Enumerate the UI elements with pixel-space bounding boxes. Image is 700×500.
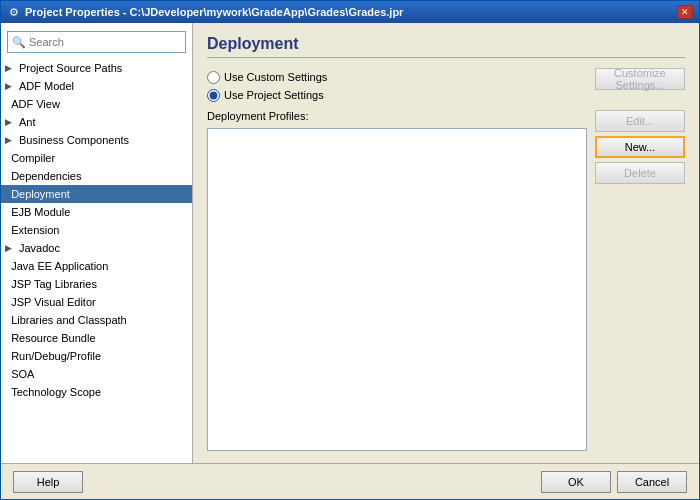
cancel-button[interactable]: Cancel bbox=[617, 471, 687, 493]
sidebar-item-java-ee-application[interactable]: Java EE Application bbox=[1, 257, 192, 275]
radio-custom-row: Use Custom Settings bbox=[207, 68, 587, 86]
expand-icon: ▶ bbox=[5, 81, 19, 91]
sidebar-item-label: Libraries and Classpath bbox=[11, 314, 127, 326]
search-box: 🔍 bbox=[7, 31, 186, 53]
sidebar-item-compiler[interactable]: Compiler bbox=[1, 149, 192, 167]
expand-icon: ▶ bbox=[5, 243, 19, 253]
sidebar-item-dependencies[interactable]: Dependencies bbox=[1, 167, 192, 185]
expand-icon: ▶ bbox=[5, 117, 19, 127]
search-input[interactable] bbox=[29, 36, 181, 48]
expand-icon: ▶ bbox=[5, 63, 19, 73]
profiles-label: Deployment Profiles: bbox=[207, 110, 587, 122]
sidebar-item-label: Dependencies bbox=[11, 170, 81, 182]
radio-custom-label: Use Custom Settings bbox=[224, 71, 327, 83]
window-icon: ⚙ bbox=[7, 5, 21, 19]
sidebar-item-label: Java EE Application bbox=[11, 260, 108, 272]
main-panel: Deployment Use Custom Settings Use Proje… bbox=[193, 23, 699, 463]
sidebar-item-label: Ant bbox=[19, 116, 36, 128]
sidebar-item-label: JSP Visual Editor bbox=[11, 296, 96, 308]
sidebar-item-javadoc[interactable]: ▶ Javadoc bbox=[1, 239, 192, 257]
sidebar-item-label: JSP Tag Libraries bbox=[11, 278, 97, 290]
radio-custom[interactable] bbox=[207, 71, 220, 84]
footer-right-buttons: OK Cancel bbox=[541, 471, 687, 493]
action-buttons: Edit... New... Delete bbox=[595, 110, 685, 451]
sidebar-item-label: Run/Debug/Profile bbox=[11, 350, 101, 362]
customize-wrapper: Customize Settings... bbox=[595, 68, 685, 94]
expand-icon: ▶ bbox=[5, 135, 19, 145]
radio-project[interactable] bbox=[207, 89, 220, 102]
sidebar-item-run-debug-profile[interactable]: Run/Debug/Profile bbox=[1, 347, 192, 365]
sidebar-item-libraries-and-classpath[interactable]: Libraries and Classpath bbox=[1, 311, 192, 329]
delete-button[interactable]: Delete bbox=[595, 162, 685, 184]
header-row: Use Custom Settings Use Project Settings… bbox=[207, 68, 685, 104]
sidebar-item-label: EJB Module bbox=[11, 206, 70, 218]
radio-project-row: Use Project Settings bbox=[207, 86, 587, 104]
sidebar-item-label: Resource Bundle bbox=[11, 332, 95, 344]
sidebar-item-label: Business Components bbox=[19, 134, 129, 146]
help-button[interactable]: Help bbox=[13, 471, 83, 493]
sidebar-item-label: ADF Model bbox=[19, 80, 74, 92]
sidebar-item-project-source-paths[interactable]: ▶ Project Source Paths bbox=[1, 59, 192, 77]
radio-options: Use Custom Settings Use Project Settings bbox=[207, 68, 587, 104]
close-button[interactable]: ✕ bbox=[677, 5, 693, 19]
sidebar-item-label: Project Source Paths bbox=[19, 62, 122, 74]
sidebar-item-jsp-visual-editor[interactable]: JSP Visual Editor bbox=[1, 293, 192, 311]
sidebar-item-deployment[interactable]: Deployment bbox=[1, 185, 192, 203]
sidebar-item-jsp-tag-libraries[interactable]: JSP Tag Libraries bbox=[1, 275, 192, 293]
sidebar-item-adf-view[interactable]: ADF View bbox=[1, 95, 192, 113]
sidebar-item-label: Javadoc bbox=[19, 242, 60, 254]
footer: Help OK Cancel bbox=[1, 463, 699, 499]
sidebar-item-ant[interactable]: ▶ Ant bbox=[1, 113, 192, 131]
profiles-section: Deployment Profiles: Edit... New... Dele… bbox=[207, 110, 685, 451]
edit-button[interactable]: Edit... bbox=[595, 110, 685, 132]
title-bar: ⚙ Project Properties - C:\JDeveloper\myw… bbox=[1, 1, 699, 23]
sidebar-item-technology-scope[interactable]: Technology Scope bbox=[1, 383, 192, 401]
sidebar: 🔍 ▶ Project Source Paths ▶ ADF Model ADF… bbox=[1, 23, 193, 463]
sidebar-item-soa[interactable]: SOA bbox=[1, 365, 192, 383]
profiles-area: Deployment Profiles: bbox=[207, 110, 587, 451]
radio-project-label: Use Project Settings bbox=[224, 89, 324, 101]
panel-title: Deployment bbox=[207, 35, 685, 58]
sidebar-item-ejb-module[interactable]: EJB Module bbox=[1, 203, 192, 221]
profiles-list[interactable] bbox=[207, 128, 587, 451]
window-title: Project Properties - C:\JDeveloper\mywor… bbox=[25, 6, 403, 18]
sidebar-item-extension[interactable]: Extension bbox=[1, 221, 192, 239]
sidebar-tree: ▶ Project Source Paths ▶ ADF Model ADF V… bbox=[1, 57, 192, 463]
sidebar-item-adf-model[interactable]: ▶ ADF Model bbox=[1, 77, 192, 95]
sidebar-item-label: SOA bbox=[11, 368, 34, 380]
customize-settings-button[interactable]: Customize Settings... bbox=[595, 68, 685, 90]
sidebar-item-label: Compiler bbox=[11, 152, 55, 164]
main-window: ⚙ Project Properties - C:\JDeveloper\myw… bbox=[0, 0, 700, 500]
sidebar-item-label: Extension bbox=[11, 224, 59, 236]
content-area: 🔍 ▶ Project Source Paths ▶ ADF Model ADF… bbox=[1, 23, 699, 463]
ok-button[interactable]: OK bbox=[541, 471, 611, 493]
sidebar-item-label: Technology Scope bbox=[11, 386, 101, 398]
sidebar-item-label: ADF View bbox=[11, 98, 60, 110]
sidebar-item-resource-bundle[interactable]: Resource Bundle bbox=[1, 329, 192, 347]
search-icon: 🔍 bbox=[12, 36, 26, 49]
sidebar-item-label: Deployment bbox=[11, 188, 70, 200]
new-button[interactable]: New... bbox=[595, 136, 685, 158]
sidebar-item-business-components[interactable]: ▶ Business Components bbox=[1, 131, 192, 149]
